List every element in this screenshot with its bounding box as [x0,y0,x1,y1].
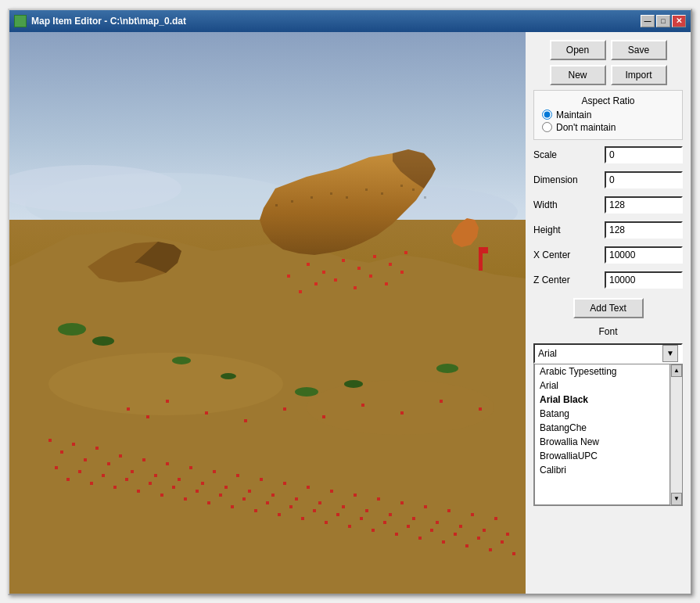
svg-rect-73 [207,501,210,504]
svg-point-19 [436,364,458,373]
font-list-item[interactable]: Browallia New [535,435,669,449]
svg-rect-61 [66,478,70,481]
svg-rect-70 [172,486,175,489]
svg-rect-38 [260,478,263,481]
font-list-item[interactable]: Arial Black [535,393,669,407]
svg-rect-92 [430,529,433,532]
svg-rect-45 [342,505,345,508]
svg-rect-106 [322,415,325,418]
zcenter-input[interactable] [605,271,683,289]
dont-maintain-radio[interactable] [542,122,552,132]
content-area: Open Save New Import Aspect Ratio Mainta… [9,32,691,594]
svg-rect-57 [483,529,486,532]
svg-rect-39 [271,494,275,497]
svg-rect-111 [287,275,290,278]
font-selected-value: Arial [538,348,557,359]
font-list-item[interactable]: Calibri [535,463,669,477]
xcenter-input[interactable] [605,246,683,264]
width-row: Width [533,195,683,215]
svg-rect-88 [383,521,386,524]
svg-rect-136 [412,188,415,191]
svg-rect-83 [325,521,328,524]
svg-rect-64 [102,474,105,477]
svg-rect-76 [242,497,246,501]
svg-rect-66 [125,478,128,481]
scale-input[interactable] [605,146,683,163]
title-bar-controls: — □ ✕ [641,15,686,27]
svg-rect-110 [479,407,482,411]
svg-rect-103 [205,411,208,415]
svg-rect-89 [395,533,398,536]
svg-rect-25 [107,462,110,465]
svg-rect-109 [440,400,443,403]
font-list[interactable]: Arabic TypesettingArialArial BlackBatang… [534,364,670,505]
top-button-row: Open Save [533,40,683,60]
font-list-item[interactable]: Batang [535,407,669,421]
svg-point-12 [307,380,494,435]
maintain-radio[interactable] [542,109,552,120]
second-button-row: New Import [533,65,683,85]
svg-rect-78 [266,501,269,504]
svg-rect-80 [289,505,293,508]
svg-rect-129 [291,200,293,203]
font-dropdown[interactable]: Arial ▼ [533,343,683,364]
svg-rect-108 [400,411,404,415]
import-button[interactable]: Import [611,65,667,85]
zcenter-label: Z Center [533,275,588,285]
minimize-button[interactable]: — [641,15,655,27]
svg-rect-28 [142,458,145,461]
svg-rect-58 [494,517,497,520]
svg-rect-41 [295,497,298,501]
svg-rect-48 [377,497,380,501]
width-input[interactable] [605,196,683,214]
font-list-item[interactable]: BrowalliaUPC [535,449,669,463]
maintain-label: Maintain [556,109,591,120]
svg-rect-124 [385,282,388,285]
height-input[interactable] [605,221,683,239]
font-list-item[interactable]: Arial [535,379,669,393]
svg-rect-21 [60,450,63,454]
font-list-item[interactable]: BatangChe [535,421,669,435]
svg-rect-121 [334,278,337,282]
svg-rect-60 [55,466,58,469]
maximize-button[interactable]: □ [656,15,670,27]
svg-rect-105 [283,407,286,411]
svg-rect-50 [400,501,404,504]
svg-rect-104 [244,419,247,422]
svg-rect-130 [311,196,313,199]
svg-rect-95 [465,544,468,547]
svg-rect-97 [489,548,492,551]
svg-rect-133 [365,188,368,191]
open-button[interactable]: Open [550,40,606,60]
svg-rect-131 [330,192,332,195]
font-scrollbar[interactable]: ▲ ▼ [670,364,682,505]
right-panel: Open Save New Import Aspect Ratio Mainta… [526,32,691,594]
svg-rect-116 [373,255,376,258]
dimension-input[interactable] [605,171,683,188]
scroll-down-arrow[interactable]: ▼ [671,493,682,505]
maintain-radio-row: Maintain [542,109,674,120]
svg-rect-120 [314,282,318,285]
svg-rect-59 [506,533,509,536]
svg-point-17 [295,387,318,397]
add-text-button[interactable]: Add Text [573,298,644,318]
svg-rect-99 [512,552,515,555]
svg-rect-53 [436,521,439,524]
svg-rect-86 [360,517,363,520]
close-button[interactable]: ✕ [672,15,686,27]
svg-point-11 [48,353,283,415]
svg-rect-117 [389,263,392,266]
svg-rect-65 [113,486,117,489]
svg-rect-54 [447,509,451,512]
svg-rect-56 [471,513,474,516]
dont-maintain-label: Don't maintain [556,122,616,133]
save-button[interactable]: Save [611,40,667,60]
scale-label: Scale [533,149,588,160]
svg-rect-85 [348,525,351,528]
font-section-label: Font [533,326,683,337]
font-dropdown-arrow[interactable]: ▼ [662,345,678,362]
new-button[interactable]: New [550,65,606,85]
svg-rect-119 [299,290,302,293]
font-list-item[interactable]: Arabic Typesetting [535,364,669,379]
scroll-up-arrow[interactable]: ▲ [671,364,682,377]
